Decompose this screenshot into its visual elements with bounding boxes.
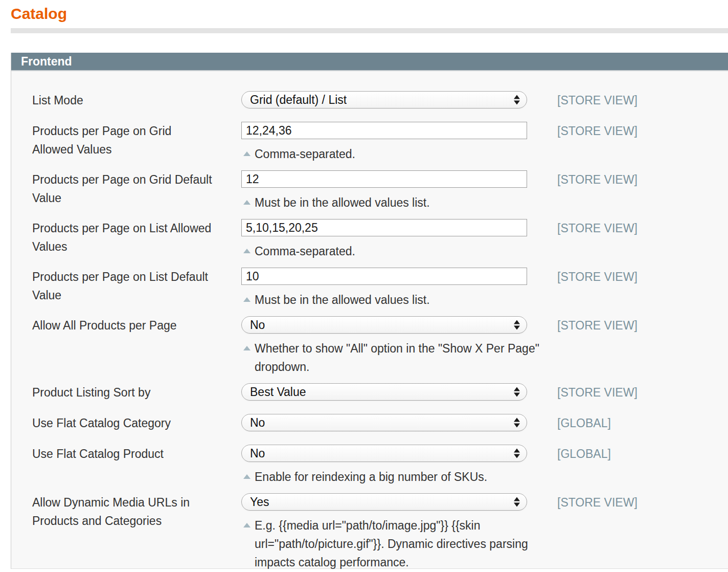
arrow-up-icon [514,387,520,391]
frontend-config-section: Frontend List Mode Grid (default) / List… [11,53,728,569]
section-body: List Mode Grid (default) / List [STORE V… [11,71,728,571]
config-row-products-per-page-on-list-allowed-values: Products per Page on List Allowed Values… [32,219,728,260]
arrow-down-icon [514,326,520,330]
config-row-products-per-page-on-list-default-value: Products per Page on List Default Value … [32,268,728,309]
note-text: Whether to show "All" option in the "Sho… [255,342,539,373]
field-label: Use Flat Catalog Category [32,414,215,432]
scope-label: [STORE VIEW] [557,268,728,286]
config-row-list-mode: List Mode Grid (default) / List [STORE V… [32,91,728,109]
arrow-down-icon [514,454,520,458]
scope-label: [STORE VIEW] [557,316,728,335]
note-triangle-icon [243,523,251,527]
field-note: Must be in the allowed values list. [241,291,548,309]
config-row-use-flat-catalog-product: Use Flat Catalog Product NoEnable for re… [32,445,728,486]
products-per-page-on-list-allowed-values-input[interactable] [241,219,527,236]
arrow-up-icon [514,497,520,501]
scope-label: [STORE VIEW] [557,493,728,512]
field-scope-cell: [STORE VIEW] [527,91,728,109]
config-row-product-listing-sort-by: Product Listing Sort by Best Value [STOR… [32,383,728,402]
arrow-down-icon [514,424,520,428]
config-row-use-flat-catalog-category: Use Flat Catalog Category No [GLOBAL] [32,414,728,432]
field-label-cell: Products per Page on List Default Value [32,268,241,309]
config-row-allow-all-products-per-page: Allow All Products per Page NoWhether to… [32,316,728,376]
scope-label: [GLOBAL] [557,414,728,432]
field-control-cell: Best Value [241,383,527,402]
scope-label: [STORE VIEW] [557,383,728,402]
note-text: Comma-separated. [255,245,355,258]
field-note: Must be in the allowed values list. [241,193,548,212]
use-flat-catalog-category-select[interactable]: No [241,414,527,431]
arrow-down-icon [514,101,520,105]
scope-label: [STORE VIEW] [557,219,728,237]
select-value: Best Value [250,385,306,399]
field-label: Products per Page on List Allowed Values [32,219,215,256]
field-label-cell: Allow Dynamic Media URLs in Products and… [32,493,241,571]
catalog-config-page: Catalog Frontend List Mode Grid (default… [0,0,728,572]
products-per-page-on-list-default-value-input[interactable] [241,268,527,285]
field-note: Comma-separated. [241,242,548,260]
field-label: Products per Page on Grid Allowed Values [32,122,215,159]
field-scope-cell: [STORE VIEW] [527,383,728,402]
field-label-cell: Allow All Products per Page [32,316,241,376]
field-label: List Mode [32,91,215,109]
arrow-up-icon [514,418,520,422]
section-title: Frontend [21,55,72,69]
field-label-cell: List Mode [32,91,241,109]
note-triangle-icon [243,297,251,302]
arrow-down-icon [514,503,520,507]
select-value: No [250,318,265,332]
field-label: Products per Page on List Default Value [32,268,215,304]
use-flat-catalog-product-select[interactable]: No [241,445,527,462]
note-text: Must be in the allowed values list. [255,293,430,306]
select-value: No [250,416,265,430]
list-mode-select[interactable]: Grid (default) / List [241,91,527,108]
products-per-page-on-grid-allowed-values-input[interactable] [241,122,527,139]
field-control-cell: Comma-separated. [241,122,527,163]
allow-dynamic-media-urls-in-products-and-categories-select[interactable]: Yes [241,493,527,511]
arrow-up-icon [514,320,520,324]
products-per-page-on-grid-default-value-input[interactable] [241,170,527,188]
config-row-products-per-page-on-grid-default-value: Products per Page on Grid Default Value … [32,170,728,212]
field-note: Enable for reindexing a big number of SK… [241,468,548,486]
scope-label: [GLOBAL] [557,445,728,463]
field-control-cell: Grid (default) / List [241,91,527,109]
field-label: Allow All Products per Page [32,316,215,335]
field-label-cell: Use Flat Catalog Product [32,445,241,486]
field-label-cell: Products per Page on List Allowed Values [32,219,241,260]
config-row-allow-dynamic-media-urls-in-products-and-categories: Allow Dynamic Media URLs in Products and… [32,493,728,571]
field-scope-cell: [STORE VIEW] [527,170,728,212]
note-text: Enable for reindexing a big number of SK… [255,470,487,483]
field-scope-cell: [GLOBAL] [527,445,728,486]
field-scope-cell: [STORE VIEW] [527,493,728,571]
note-text: Must be in the allowed values list. [255,196,430,209]
select-value: Yes [250,495,269,509]
field-scope-cell: [GLOBAL] [527,414,728,432]
select-value: No [250,447,265,460]
field-control-cell: NoWhether to show "All" option in the "S… [241,316,527,376]
allow-all-products-per-page-select[interactable]: No [241,316,527,334]
field-control-cell: Must be in the allowed values list. [241,170,527,212]
note-triangle-icon [243,249,251,253]
note-triangle-icon [243,200,251,205]
field-control-cell: NoEnable for reindexing a big number of … [241,445,527,486]
scope-label: [STORE VIEW] [557,91,728,109]
field-scope-cell: [STORE VIEW] [527,219,728,260]
field-note: Whether to show "All" option in the "Sho… [241,339,548,376]
field-control-cell: No [241,414,527,432]
config-row-products-per-page-on-grid-allowed-values: Products per Page on Grid Allowed Values… [32,122,728,163]
page-title: Catalog [11,5,67,23]
section-header-frontend: Frontend [11,53,728,71]
product-listing-sort-by-select[interactable]: Best Value [241,383,527,401]
field-control-cell: YesE.g. {{media url="path/to/image.jpg"}… [241,493,527,571]
field-note: Comma-separated. [241,145,548,163]
field-label: Product Listing Sort by [32,383,215,402]
note-triangle-icon [243,151,251,156]
field-label-cell: Product Listing Sort by [32,383,241,402]
note-text: Comma-separated. [255,147,355,161]
select-stepper-arrows-icon [514,387,520,397]
field-scope-cell: [STORE VIEW] [527,122,728,163]
select-stepper-arrows-icon [514,497,520,507]
field-label: Use Flat Catalog Product [32,445,215,463]
arrow-down-icon [514,393,520,397]
field-label: Allow Dynamic Media URLs in Products and… [32,493,215,530]
